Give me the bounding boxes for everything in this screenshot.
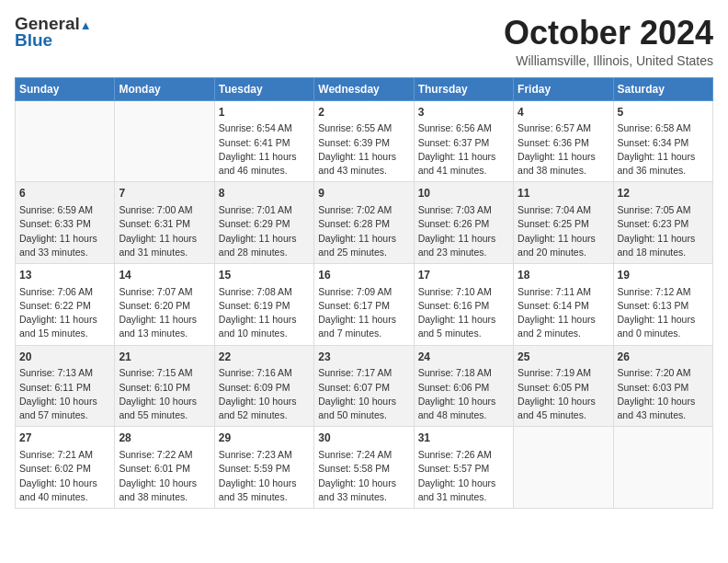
day-info: Sunrise: 7:17 AMSunset: 6:07 PMDaylight:…	[318, 366, 409, 422]
day-number: 15	[219, 268, 310, 283]
calendar-cell: 7Sunrise: 7:00 AMSunset: 6:31 PMDaylight…	[115, 182, 214, 264]
calendar-cell	[514, 427, 613, 509]
calendar-week-5: 27Sunrise: 7:21 AMSunset: 6:02 PMDayligh…	[16, 427, 713, 509]
day-number: 28	[119, 431, 210, 446]
day-number: 14	[119, 268, 210, 283]
day-number: 30	[318, 431, 409, 446]
weekday-header-row: SundayMondayTuesdayWednesdayThursdayFrid…	[16, 77, 713, 100]
day-info: Sunrise: 6:55 AMSunset: 6:39 PMDaylight:…	[318, 121, 409, 178]
day-info: Sunrise: 7:03 AMSunset: 6:26 PMDaylight:…	[418, 203, 509, 259]
calendar-week-1: 1Sunrise: 6:54 AMSunset: 6:41 PMDaylight…	[16, 100, 713, 182]
weekday-header-friday: Friday	[514, 77, 613, 100]
calendar-week-4: 20Sunrise: 7:13 AMSunset: 6:11 PMDayligh…	[16, 345, 713, 427]
calendar-cell: 1Sunrise: 6:54 AMSunset: 6:41 PMDaylight…	[214, 100, 313, 182]
weekday-header-tuesday: Tuesday	[214, 77, 313, 100]
calendar-cell: 19Sunrise: 7:12 AMSunset: 6:13 PMDayligh…	[613, 263, 712, 345]
day-info: Sunrise: 7:22 AMSunset: 6:01 PMDaylight:…	[119, 448, 210, 504]
calendar-cell: 17Sunrise: 7:10 AMSunset: 6:16 PMDayligh…	[414, 263, 513, 345]
day-info: Sunrise: 7:02 AMSunset: 6:28 PMDaylight:…	[318, 203, 409, 259]
calendar-cell	[16, 100, 115, 182]
day-number: 19	[618, 268, 709, 283]
calendar-cell: 30Sunrise: 7:24 AMSunset: 5:58 PMDayligh…	[314, 427, 414, 509]
day-info: Sunrise: 7:19 AMSunset: 6:05 PMDaylight:…	[518, 366, 609, 422]
day-info: Sunrise: 7:13 AMSunset: 6:11 PMDaylight:…	[19, 366, 110, 422]
day-number: 26	[618, 350, 709, 365]
day-number: 1	[219, 105, 310, 121]
calendar-cell: 29Sunrise: 7:23 AMSunset: 5:59 PMDayligh…	[214, 427, 313, 509]
day-info: Sunrise: 6:57 AMSunset: 6:36 PMDaylight:…	[518, 121, 609, 178]
day-info: Sunrise: 7:12 AMSunset: 6:13 PMDaylight:…	[618, 285, 709, 341]
calendar-cell: 13Sunrise: 7:06 AMSunset: 6:22 PMDayligh…	[16, 263, 115, 345]
calendar-cell: 10Sunrise: 7:03 AMSunset: 6:26 PMDayligh…	[414, 182, 513, 264]
day-number: 21	[119, 350, 210, 365]
calendar-cell: 8Sunrise: 7:01 AMSunset: 6:29 PMDaylight…	[214, 182, 313, 264]
calendar-cell: 11Sunrise: 7:04 AMSunset: 6:25 PMDayligh…	[514, 182, 613, 264]
day-number: 22	[219, 350, 310, 365]
day-info: Sunrise: 7:00 AMSunset: 6:31 PMDaylight:…	[119, 203, 210, 259]
day-number: 9	[318, 186, 409, 201]
page-header: General▲ Blue October 2024 Williamsville…	[15, 15, 713, 68]
calendar-cell: 2Sunrise: 6:55 AMSunset: 6:39 PMDaylight…	[314, 100, 414, 182]
day-info: Sunrise: 7:10 AMSunset: 6:16 PMDaylight:…	[418, 285, 509, 341]
calendar-cell: 26Sunrise: 7:20 AMSunset: 6:03 PMDayligh…	[613, 345, 712, 427]
day-number: 17	[418, 268, 509, 283]
day-info: Sunrise: 7:08 AMSunset: 6:19 PMDaylight:…	[219, 285, 310, 341]
day-info: Sunrise: 7:21 AMSunset: 6:02 PMDaylight:…	[19, 448, 110, 504]
day-info: Sunrise: 7:18 AMSunset: 6:06 PMDaylight:…	[418, 366, 509, 422]
day-info: Sunrise: 7:04 AMSunset: 6:25 PMDaylight:…	[518, 203, 609, 259]
day-info: Sunrise: 7:24 AMSunset: 5:58 PMDaylight:…	[318, 448, 409, 504]
calendar-cell: 15Sunrise: 7:08 AMSunset: 6:19 PMDayligh…	[214, 263, 313, 345]
day-number: 27	[19, 431, 110, 446]
calendar-cell: 4Sunrise: 6:57 AMSunset: 6:36 PMDaylight…	[514, 100, 613, 182]
day-number: 6	[19, 186, 110, 201]
calendar-cell: 31Sunrise: 7:26 AMSunset: 5:57 PMDayligh…	[414, 427, 513, 509]
day-info: Sunrise: 7:09 AMSunset: 6:17 PMDaylight:…	[318, 285, 409, 341]
day-info: Sunrise: 6:54 AMSunset: 6:41 PMDaylight:…	[219, 121, 310, 178]
calendar-week-3: 13Sunrise: 7:06 AMSunset: 6:22 PMDayligh…	[16, 263, 713, 345]
day-number: 16	[318, 268, 409, 283]
calendar-cell: 20Sunrise: 7:13 AMSunset: 6:11 PMDayligh…	[16, 345, 115, 427]
calendar-cell: 22Sunrise: 7:16 AMSunset: 6:09 PMDayligh…	[214, 345, 313, 427]
calendar-cell: 6Sunrise: 6:59 AMSunset: 6:33 PMDaylight…	[16, 182, 115, 264]
calendar-body: 1Sunrise: 6:54 AMSunset: 6:41 PMDaylight…	[16, 100, 713, 508]
day-number: 31	[418, 431, 509, 446]
day-number: 10	[418, 186, 509, 201]
day-info: Sunrise: 7:01 AMSunset: 6:29 PMDaylight:…	[219, 203, 310, 259]
logo-blue: Blue	[15, 30, 52, 51]
calendar-cell	[115, 100, 214, 182]
calendar-cell: 9Sunrise: 7:02 AMSunset: 6:28 PMDaylight…	[314, 182, 414, 264]
weekday-header-wednesday: Wednesday	[314, 77, 414, 100]
day-info: Sunrise: 7:20 AMSunset: 6:03 PMDaylight:…	[618, 366, 709, 422]
month-title: October 2024	[504, 15, 713, 52]
day-info: Sunrise: 6:58 AMSunset: 6:34 PMDaylight:…	[618, 121, 709, 178]
day-number: 8	[219, 186, 310, 201]
calendar-cell: 24Sunrise: 7:18 AMSunset: 6:06 PMDayligh…	[414, 345, 513, 427]
weekday-header-saturday: Saturday	[613, 77, 712, 100]
calendar-cell: 18Sunrise: 7:11 AMSunset: 6:14 PMDayligh…	[514, 263, 613, 345]
calendar-week-2: 6Sunrise: 6:59 AMSunset: 6:33 PMDaylight…	[16, 182, 713, 264]
day-number: 13	[19, 268, 110, 283]
day-info: Sunrise: 6:59 AMSunset: 6:33 PMDaylight:…	[19, 203, 110, 259]
calendar-cell: 12Sunrise: 7:05 AMSunset: 6:23 PMDayligh…	[613, 182, 712, 264]
day-number: 7	[119, 186, 210, 201]
calendar-cell: 5Sunrise: 6:58 AMSunset: 6:34 PMDaylight…	[613, 100, 712, 182]
location: Williamsville, Illinois, United States	[504, 53, 713, 68]
day-info: Sunrise: 7:26 AMSunset: 5:57 PMDaylight:…	[418, 448, 509, 504]
weekday-header-sunday: Sunday	[16, 77, 115, 100]
calendar-cell: 25Sunrise: 7:19 AMSunset: 6:05 PMDayligh…	[514, 345, 613, 427]
day-number: 25	[518, 350, 609, 365]
day-info: Sunrise: 7:07 AMSunset: 6:20 PMDaylight:…	[119, 285, 210, 341]
weekday-header-thursday: Thursday	[414, 77, 513, 100]
day-number: 23	[318, 350, 409, 365]
title-block: October 2024 Williamsville, Illinois, Un…	[504, 15, 713, 68]
day-number: 3	[418, 105, 509, 121]
calendar-cell: 27Sunrise: 7:21 AMSunset: 6:02 PMDayligh…	[16, 427, 115, 509]
day-number: 2	[318, 105, 409, 121]
day-info: Sunrise: 7:05 AMSunset: 6:23 PMDaylight:…	[618, 203, 709, 259]
day-info: Sunrise: 7:06 AMSunset: 6:22 PMDaylight:…	[19, 285, 110, 341]
calendar-cell: 3Sunrise: 6:56 AMSunset: 6:37 PMDaylight…	[414, 100, 513, 182]
day-number: 4	[518, 105, 609, 121]
day-info: Sunrise: 7:16 AMSunset: 6:09 PMDaylight:…	[219, 366, 310, 422]
calendar-table: SundayMondayTuesdayWednesdayThursdayFrid…	[15, 77, 713, 509]
weekday-header-monday: Monday	[115, 77, 214, 100]
